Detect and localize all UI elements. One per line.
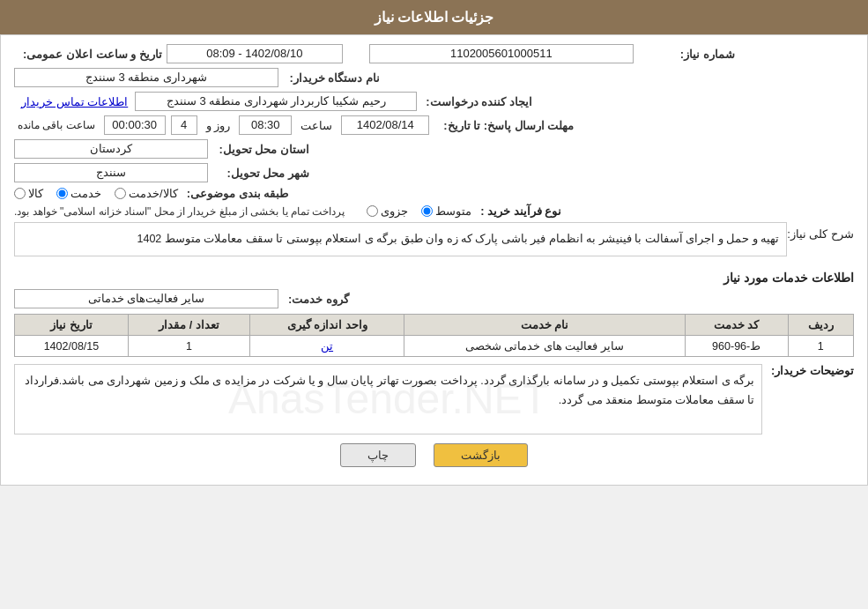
col-code: کد خدمت <box>685 315 788 336</box>
category-kala-khedmat-option: کالا/خدمت <box>115 187 178 200</box>
reply-deadline-row: مهلت ارسال پاسخ: تا تاریخ: 1402/08/14 سا… <box>14 115 854 135</box>
process-jozvi-radio[interactable] <box>367 205 378 217</box>
col-quantity: تعداد / مقدار <box>128 315 249 336</box>
buyer-org-label: نام دستگاه خریدار: <box>278 71 384 85</box>
cell-date: 1402/08/15 <box>15 336 129 357</box>
buyer-org-row: نام دستگاه خریدار: شهرداری منطقه 3 سنندج <box>14 68 854 87</box>
buyer-org-value: شهرداری منطقه 3 سنندج <box>14 68 278 87</box>
col-name: نام خدمت <box>404 315 685 336</box>
buyer-notes-row: توضیحات خریدار: AnasTender.NET برگه ی اس… <box>14 364 854 434</box>
category-label: طبقه بندی موضوعی: <box>178 187 293 200</box>
process-mottavset-label: متوسط <box>435 204 471 218</box>
process-radio-group: متوسط جزوی پرداخت تمام یا بخشی از مبلغ خ… <box>14 204 471 218</box>
category-khedmat-option: خدمت <box>56 187 101 200</box>
page-wrapper: جزئیات اطلاعات نیاز شماره نیاز: 11020056… <box>0 0 868 486</box>
city-label: شهر محل تحویل: <box>208 167 314 180</box>
col-unit: واحد اندازه گیری <box>250 315 404 336</box>
time-value: 08:30 <box>239 115 292 135</box>
buyer-notes-box: AnasTender.NET برگه ی استعلام بپوستی تکم… <box>14 364 762 434</box>
time-label: ساعت <box>297 119 336 132</box>
creator-value: رحیم شکیبا کاربردار شهرداری منطقه 3 سنند… <box>135 92 417 111</box>
col-date: تاریخ نیاز <box>15 315 129 336</box>
category-kala-label: کالا <box>28 187 43 200</box>
category-kala-option: کالا <box>14 187 43 200</box>
cell-code: ط-96-960 <box>685 336 788 357</box>
cell-name: سایر فعالیت های خدماتی شخصی <box>404 336 685 357</box>
city-value: سنندج <box>14 163 208 182</box>
buyer-notes-label: توضیحات خریدار: <box>762 364 854 377</box>
group-value: سایر فعالیت‌های خدماتی <box>14 289 278 308</box>
description-text: تهیه و حمل و اجرای آسفالت با فینیشر به ا… <box>14 222 787 256</box>
page-title: جزئیات اطلاعات نیاز <box>0 0 868 34</box>
description-row: شرح کلی نیاز: تهیه و حمل و اجرای آسفالت … <box>14 222 854 264</box>
need-number-row: شماره نیاز: 1102005601000511 1402/08/10 … <box>14 44 854 63</box>
category-kala-khedmat-radio[interactable] <box>115 188 126 199</box>
province-value: کردستان <box>14 139 208 159</box>
process-mottavset-option: متوسط <box>421 204 471 218</box>
process-jozvi-option: جزوی <box>367 204 408 218</box>
process-jozvi-label: جزوی <box>381 204 408 218</box>
category-row: طبقه بندی موضوعی: کالا/خدمت خدمت کالا <box>14 187 854 200</box>
cell-unit: تن <box>250 336 404 357</box>
services-table-section: ردیف کد خدمت نام خدمت واحد اندازه گیری ت… <box>14 314 854 357</box>
category-kala-radio[interactable] <box>14 188 26 199</box>
city-row: شهر محل تحویل: سنندج <box>14 163 854 182</box>
table-body: 1ط-96-960سایر فعالیت های خدماتی شخصیتن11… <box>15 336 854 357</box>
table-row: 1ط-96-960سایر فعالیت های خدماتی شخصیتن11… <box>15 336 854 357</box>
button-row: بازگشت چاپ <box>14 443 854 467</box>
cell-quantity: 1 <box>128 336 249 357</box>
creator-label: ایجاد کننده درخواست: <box>417 95 537 108</box>
back-button[interactable]: بازگشت <box>434 443 528 467</box>
process-mottavset-radio[interactable] <box>421 205 433 217</box>
remaining-time-value: 00:00:30 <box>104 115 166 135</box>
days-label: روز و <box>203 119 234 132</box>
group-row: گروه خدمت: سایر فعالیت‌های خدماتی <box>14 289 854 308</box>
description-label: شرح کلی نیاز: <box>787 222 854 241</box>
reply-deadline-label: مهلت ارسال پاسخ: تا تاریخ: <box>434 119 574 132</box>
need-number-label: شماره نیاز: <box>634 48 739 61</box>
province-label: استان محل تحویل: <box>208 143 314 156</box>
need-number-value: 1102005601000511 <box>369 44 634 63</box>
creator-row: ایجاد کننده درخواست: رحیم شکیبا کاربردار… <box>14 92 854 111</box>
process-note: پرداخت تمام یا بخشی از مبلغ خریدار از مح… <box>14 205 345 218</box>
date-value: 1402/08/14 <box>341 115 429 135</box>
print-button[interactable]: چاپ <box>340 443 416 467</box>
remaining-label: ساعت باقی مانده <box>14 119 99 131</box>
category-radio-group: کالا/خدمت خدمت کالا <box>14 187 178 200</box>
category-khedmat-radio[interactable] <box>56 188 68 199</box>
table-header-row: ردیف کد خدمت نام خدمت واحد اندازه گیری ت… <box>15 315 854 336</box>
category-kala-khedmat-label: کالا/خدمت <box>129 187 178 200</box>
announcement-datetime-label: تاریخ و ساعت اعلان عمومی: <box>14 48 167 61</box>
category-khedmat-label: خدمت <box>70 187 101 200</box>
announcement-datetime-value: 1402/08/10 - 08:09 <box>167 44 343 63</box>
cell-row: 1 <box>788 336 853 357</box>
description-section: شرح کلی نیاز: تهیه و حمل و اجرای آسفالت … <box>14 222 854 264</box>
creator-link[interactable]: اطلاعات تماس خریدار <box>14 95 135 108</box>
days-value: 4 <box>171 115 197 135</box>
buyer-notes-text: برگه ی استعلام بپوستی تکمیل و در سامانه … <box>25 375 754 405</box>
col-row: ردیف <box>788 315 853 336</box>
province-row: استان محل تحویل: کردستان <box>14 139 854 159</box>
process-type-label: نوع فرآیند خرید : <box>471 204 561 218</box>
services-table: ردیف کد خدمت نام خدمت واحد اندازه گیری ت… <box>14 314 854 357</box>
content-area: شماره نیاز: 1102005601000511 1402/08/10 … <box>0 34 868 486</box>
group-label: گروه خدمت: <box>278 293 349 306</box>
process-type-row: نوع فرآیند خرید : متوسط جزوی پرداخت تمام… <box>14 204 854 218</box>
services-title: اطلاعات خدمات مورد نیاز <box>14 271 854 285</box>
